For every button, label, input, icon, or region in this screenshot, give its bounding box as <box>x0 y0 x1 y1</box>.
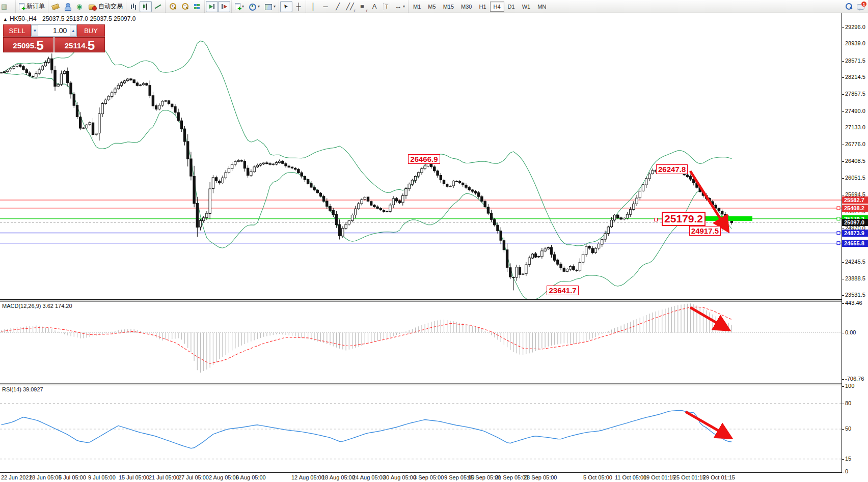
chart-candles-icon <box>142 3 150 11</box>
axis-tick <box>842 262 844 263</box>
price-badge: 25097.0 <box>842 219 868 226</box>
cursor-button[interactable] <box>280 1 292 12</box>
toolbar-group: +− <box>165 1 204 13</box>
timeframe-button-m30[interactable]: M30 <box>457 2 475 12</box>
axis-tick <box>842 429 844 430</box>
autotrading-icon <box>88 3 96 11</box>
price-axis-label: 26408.5 <box>845 158 865 164</box>
price-axis-label: 80 <box>845 400 851 406</box>
vertical-line-icon: │ <box>311 3 315 10</box>
price-axis-label: 26776.0 <box>845 141 865 147</box>
axis-tick <box>842 472 844 472</box>
price-badge: 24655.8 <box>842 240 868 247</box>
text-label-icon: T <box>383 4 390 10</box>
trend-arrow[interactable] <box>686 412 729 437</box>
axis-tick <box>842 386 844 387</box>
chart-shift-button[interactable] <box>218 1 230 12</box>
macd-histogram <box>2 303 732 373</box>
periods-icon <box>248 3 256 11</box>
price-annotation[interactable]: 24917.5 <box>689 226 721 236</box>
sell-button[interactable]: SELL <box>3 24 31 37</box>
toolbar-group <box>1 1 15 13</box>
signals-button[interactable] <box>74 1 86 12</box>
time-axis-label: 15 Jul 05:00 <box>119 474 149 480</box>
axis-tick <box>842 161 844 162</box>
timeframe-button-h4[interactable]: H4 <box>490 2 504 12</box>
price-axis-label: 28214.5 <box>845 74 865 80</box>
new-order-button[interactable]: 新订单 <box>17 1 47 12</box>
trendline-button[interactable]: ╱ <box>332 1 344 12</box>
new-chart-button[interactable] <box>2 1 14 12</box>
toolbar-right: 1 <box>843 1 867 12</box>
buy-button[interactable]: BUY <box>77 24 105 37</box>
volume-decrease-button[interactable]: ▼ <box>32 25 38 36</box>
toolbar-group: 自动交易 <box>48 1 126 13</box>
axis-tick <box>842 94 844 95</box>
zoom-out-button[interactable]: − <box>179 1 191 12</box>
price-annotation[interactable]: 23641.7 <box>547 286 578 295</box>
zoom-in-button[interactable]: + <box>167 1 179 12</box>
price-annotation[interactable]: 26247.8 <box>656 164 688 174</box>
symbol-info: ▲HK50-,H4 25037.5 25137.0 25037.5 25097.… <box>3 15 135 22</box>
fibonacci-button[interactable]: ≡F <box>356 1 368 12</box>
collapse-panel-icon[interactable]: ▲ <box>3 17 8 22</box>
horizontal-line-button[interactable]: ─ <box>319 1 332 12</box>
indicators-button[interactable]: ▾ <box>233 1 246 12</box>
chart-bars-icon <box>129 3 138 11</box>
new-order-icon <box>19 3 24 10</box>
price-axis-label: 27490.0 <box>845 108 865 114</box>
notification-badge: 1 <box>861 1 867 7</box>
timeframe-button-m1[interactable]: M1 <box>410 2 424 12</box>
auto-scroll-button[interactable] <box>206 1 218 12</box>
notifications-button[interactable]: 1 <box>855 1 867 12</box>
price-annotation[interactable]: 26466.9 <box>408 154 440 164</box>
volume-increase-button[interactable]: ▲ <box>70 25 76 36</box>
price-axis[interactable]: 29296.028939.028571.528214.527857.527490… <box>842 13 868 473</box>
autotrading-button[interactable]: 自动交易 <box>86 1 125 12</box>
auto-scroll-icon <box>208 3 216 11</box>
timeframe-group: M1M5M15M30H1H4D1W1MN <box>408 1 551 13</box>
indicators-icon <box>235 3 240 10</box>
price-axis-label: 26051.5 <box>845 175 865 181</box>
cursor-icon <box>282 3 290 11</box>
chart-bars-button[interactable] <box>127 1 140 12</box>
text-button[interactable]: A <box>368 1 381 12</box>
sell-price[interactable]: 25095.5 <box>3 37 53 52</box>
timeframe-button-m5[interactable]: M5 <box>424 2 439 12</box>
chart-line-button[interactable] <box>152 1 164 12</box>
axis-tick <box>842 279 844 279</box>
time-axis-label: 25 Oct 01:15 <box>673 474 706 480</box>
green-highlight-bar[interactable] <box>706 216 752 221</box>
toolbar-group: ▾▾▾ <box>231 1 279 13</box>
timeframe-button-d1[interactable]: D1 <box>504 2 519 12</box>
channel-button[interactable]: ╱╱E <box>344 1 356 12</box>
rsi-pane[interactable] <box>0 385 842 473</box>
arrows-button[interactable]: ↔▾ <box>393 1 407 12</box>
chart-candles-button[interactable] <box>140 1 152 12</box>
price-axis-label: 0.00 <box>845 329 856 335</box>
zoom-in-icon: + <box>169 3 177 11</box>
vertical-line-button[interactable]: │ <box>307 1 319 12</box>
time-axis-label: 28 Sep 05:00 <box>524 474 557 480</box>
toolbar-group: ┼ <box>279 1 306 13</box>
templates-button[interactable]: ▾ <box>262 1 278 12</box>
crosshair-button[interactable]: ┼ <box>292 1 305 12</box>
tile-windows-button[interactable] <box>191 1 203 12</box>
macd-pane[interactable] <box>0 302 842 383</box>
buy-price[interactable]: 25114.5 <box>55 37 105 52</box>
timeframe-button-h1[interactable]: H1 <box>475 2 490 12</box>
eraser-button[interactable] <box>49 1 62 12</box>
timeframe-button-m15[interactable]: M15 <box>440 2 457 12</box>
chart-line-icon <box>154 3 162 11</box>
search-button[interactable] <box>843 1 855 12</box>
text-label-button[interactable]: T <box>381 1 393 12</box>
time-axis-label: 11 Oct 05:00 <box>615 474 646 480</box>
price-annotation[interactable]: 25179.2 <box>662 212 706 226</box>
trend-arrow[interactable] <box>690 307 727 329</box>
timeframe-button-w1[interactable]: W1 <box>519 2 534 12</box>
periods-button[interactable]: ▾ <box>246 1 262 12</box>
profile-button[interactable] <box>62 1 74 12</box>
dropdown-caret-icon: ▾ <box>242 4 244 9</box>
timeframe-button-mn[interactable]: MN <box>534 2 550 12</box>
volume-input[interactable] <box>38 25 70 36</box>
